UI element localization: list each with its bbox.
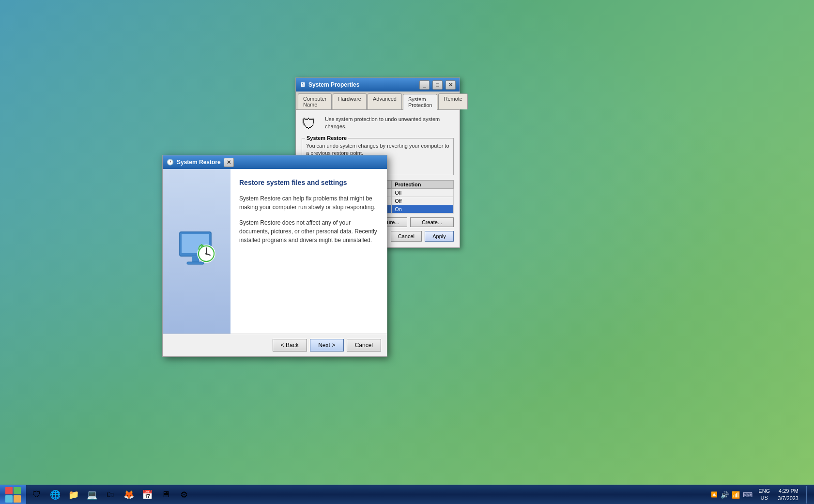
- network-icon[interactable]: 🔊: [721, 491, 729, 499]
- system-restore-title: System Restore: [177, 159, 221, 166]
- tab-system-protection[interactable]: System Protection: [403, 94, 438, 110]
- protection-cell: Off: [392, 188, 454, 197]
- taskbar-clock[interactable]: 4:29 PM 3/7/2023: [774, 488, 802, 502]
- next-button[interactable]: Next >: [310, 339, 344, 351]
- system-restore-titlebar: 🕐 System Restore ✕: [163, 155, 387, 169]
- system-properties-titlebar: 🖥 System Properties _ □ ✕: [296, 78, 460, 92]
- language-indicator[interactable]: ENG US: [758, 488, 770, 501]
- system-restore-title-icon: 🕐: [167, 159, 174, 166]
- show-desktop-button[interactable]: [806, 486, 810, 504]
- system-restore-label: System Restore: [305, 135, 348, 141]
- system-properties-close-btn[interactable]: ✕: [445, 80, 456, 90]
- keyboard-icon[interactable]: ⌨: [743, 491, 753, 499]
- restore-left-panel: [163, 169, 230, 334]
- tab-advanced[interactable]: Advanced: [368, 93, 402, 109]
- create-button[interactable]: Create...: [410, 217, 454, 227]
- system-properties-tabs: Computer Name Hardware Advanced System P…: [296, 92, 460, 110]
- clock-time: 4:29 PM: [778, 488, 799, 494]
- system-restore-dialog: 🕐 System Restore ✕: [162, 155, 387, 357]
- system-protection-description: Use system protection to undo unwanted s…: [325, 116, 454, 131]
- system-properties-title-icon: 🖥: [300, 81, 306, 88]
- tab-computer-name[interactable]: Computer Name: [298, 93, 332, 109]
- back-button[interactable]: < Back: [273, 339, 307, 351]
- explorer-taskbar-icon[interactable]: 🗂: [102, 486, 119, 504]
- firefox-taskbar-icon[interactable]: 🦊: [120, 486, 138, 504]
- tab-remote[interactable]: Remote: [438, 93, 468, 109]
- restore-paragraph-2: System Restore does not affect any of yo…: [239, 218, 378, 244]
- system-restore-footer: < Back Next > Cancel: [163, 334, 387, 356]
- tab-hardware[interactable]: Hardware: [333, 93, 367, 109]
- system-restore-close-btn[interactable]: ✕: [224, 158, 234, 167]
- cancel-button[interactable]: Cancel: [391, 231, 422, 242]
- volume-icon[interactable]: 📶: [732, 491, 740, 499]
- system-properties-maximize-btn[interactable]: □: [432, 80, 443, 90]
- restore-illustration: [175, 227, 218, 275]
- windows-logo: [5, 487, 21, 503]
- clock-date: 3/7/2023: [778, 495, 799, 502]
- taskbar-app-icons: 🛡 🌐 📁 💻 🗂 🦊 📅 🖥 ⚙: [26, 486, 705, 504]
- show-hidden-icon[interactable]: 🔼: [711, 491, 718, 498]
- vscode-taskbar-icon[interactable]: 💻: [83, 486, 101, 504]
- apply-button[interactable]: Apply: [425, 231, 454, 242]
- restore-paragraph-1: System Restore can help fix problems tha…: [239, 194, 378, 212]
- protection-table-header-protection: Protection: [392, 180, 454, 188]
- app-taskbar-icon[interactable]: ⚙: [175, 486, 193, 504]
- system-protection-icon: 🛡: [302, 116, 320, 132]
- taskbar-right-area: 🔼 🔊 📶 ⌨ ENG US 4:29 PM 3/7/2023: [705, 486, 814, 504]
- system-restore-body: Restore system files and settings System…: [163, 169, 387, 334]
- taskbar: 🛡 🌐 📁 💻 🗂 🦊 📅 🖥 ⚙ 🔼 🔊 📶 ⌨ ENG US 4:29 PM…: [0, 485, 814, 504]
- system-properties-title: System Properties: [308, 81, 416, 88]
- svg-rect-3: [187, 262, 204, 264]
- restore-dialog-heading: Restore system files and settings: [239, 179, 378, 186]
- restore-cancel-button[interactable]: Cancel: [347, 339, 381, 351]
- folder-taskbar-icon[interactable]: 📁: [65, 486, 82, 504]
- restore-icon-svg: [175, 227, 218, 275]
- svg-point-8: [205, 253, 207, 255]
- protection-cell: Off: [392, 197, 454, 205]
- ie-taskbar-icon[interactable]: 🌐: [46, 486, 64, 504]
- computer-taskbar-icon[interactable]: 🖥: [157, 486, 174, 504]
- system-protection-header: 🛡 Use system protection to undo unwanted…: [302, 116, 454, 132]
- protection-cell: On: [392, 205, 454, 213]
- system-properties-minimize-btn[interactable]: _: [419, 80, 430, 90]
- start-button[interactable]: [0, 485, 26, 504]
- notification-area: 🔼 🔊 📶 ⌨: [709, 491, 754, 499]
- windows-security-taskbar-icon[interactable]: 🛡: [28, 486, 46, 504]
- restore-content-panel: Restore system files and settings System…: [230, 169, 387, 334]
- calendar-taskbar-icon[interactable]: 📅: [138, 486, 156, 504]
